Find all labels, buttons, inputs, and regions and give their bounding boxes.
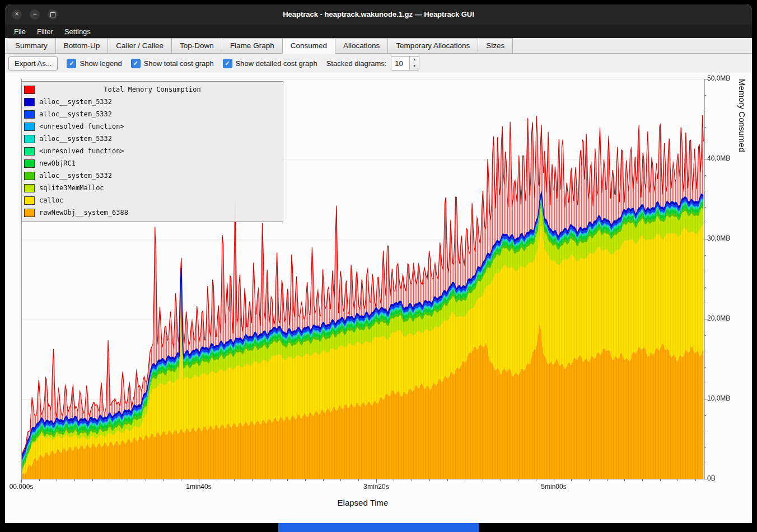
legend-item: alloc__system_5332 [24,108,281,120]
legend-label: <unresolved function> [39,147,124,155]
checkbox-check-icon: ✓ [131,59,141,68]
legend-label: alloc__system_5332 [39,98,112,106]
tab-summary[interactable]: Summary [7,38,55,54]
stacked-diagrams-label: Stacked diagrams: [326,59,387,68]
tab-allocations[interactable]: Allocations [335,38,387,54]
show-total-cost-checkbox[interactable]: ✓ Show total cost graph [131,59,214,68]
tab-flame-graph[interactable]: Flame Graph [222,38,282,54]
show-legend-checkbox[interactable]: ✓ Show legend [67,59,122,68]
show-detailed-cost-checkbox[interactable]: ✓ Show detailed cost graph [223,59,317,68]
legend-label: alloc__system_5332 [39,135,112,143]
legend-label: <unresolved function> [39,123,124,130]
x-tick-label: 00.000s [5,483,46,491]
legend-item: alloc__system_5332 [24,170,281,182]
legend-item: sqlite3MemMalloc [24,182,281,194]
x-tick-label: 5min00s [529,483,579,491]
tab-caller-callee[interactable]: Caller / Callee [108,38,171,54]
checkbox-check-icon: ✓ [223,59,232,68]
y-tick-label: 20,0MB [707,314,739,322]
menu-filter[interactable]: Filter [31,26,59,37]
x-axis-title: Elapsed Time [21,498,704,507]
legend-label: alloc__system_5332 [39,172,112,180]
y-axis-title: Memory Consumed [737,79,747,479]
legend-item: <unresolved function> [24,145,281,157]
show-legend-label: Show legend [80,59,122,68]
tab-sizes[interactable]: Sizes [478,38,513,54]
tab-consumed[interactable]: Consumed [282,38,335,54]
menu-file[interactable]: File [8,26,31,37]
legend-item: rawNewObj__system_6388 [24,206,281,219]
legend-label: alloc__system_5332 [39,110,112,118]
legend-swatch [24,196,35,205]
y-tick-label: 40,0MB [707,154,739,162]
show-detailed-cost-label: Show detailed cost graph [236,59,317,68]
legend-swatch [24,98,35,106]
x-tick-label: 3min20s [351,483,401,491]
legend-title-row: Total Memory Consumption [24,83,281,96]
stacked-diagrams-value: 10 [391,57,409,70]
checkbox-check-icon: ✓ [67,59,76,68]
legend-label: rawNewObj__system_6388 [39,209,128,216]
legend-item: alloc__system_5332 [24,133,281,145]
legend-label: sqlite3MemMalloc [39,184,104,192]
legend-swatch [24,209,35,217]
x-tick-label: 1min40s [174,483,224,491]
y-tick-label: 50,0MB [707,74,739,82]
y-tick-label: 0B [707,474,739,482]
menu-bar: File Filter Settings [5,25,752,38]
tab-bar: SummaryBottom-UpCaller / CalleeTop-DownF… [5,38,752,54]
toolbar: Export As... ✓ Show legend ✓ Show total … [5,54,752,73]
legend-label: newObjRC1 [39,159,76,167]
legend-swatch [24,184,35,192]
legend-item: newObjRC1 [24,157,281,170]
legend-swatch [24,172,35,180]
legend-title: Total Memory Consumption [24,83,281,96]
export-as-button[interactable]: Export As... [8,57,58,70]
legend-item: calloc [24,194,281,206]
tab-bottom-up[interactable]: Bottom-Up [55,38,108,54]
y-tick-label: 30,0MB [707,234,739,242]
tab-top-down[interactable]: Top-Down [171,38,222,54]
legend-item: alloc__system_5332 [24,96,281,108]
legend-swatch [24,135,35,143]
legend-swatch [24,147,35,156]
chart-legend: Total Memory Consumption alloc__system_5… [21,81,283,222]
tab-temporary-allocations[interactable]: Temporary Allocations [387,38,478,54]
title-bar: × − Heaptrack - heaptrack.wakunode.1.gz … [5,4,752,25]
spin-up-icon[interactable]: ▲ [410,57,419,63]
window-title: Heaptrack - heaptrack.wakunode.1.gz — He… [5,4,752,25]
stacked-diagrams-spinbox[interactable]: 10 ▲ ▼ [391,56,419,70]
legend-swatch [24,123,35,131]
legend-label: calloc [39,196,63,204]
legend-swatch [24,110,35,119]
heaptrack-window: × − Heaptrack - heaptrack.wakunode.1.gz … [5,4,752,523]
menu-settings[interactable]: Settings [59,26,96,37]
legend-swatch [24,159,35,168]
spin-down-icon[interactable]: ▼ [410,63,419,70]
taskbar-accent-strip [278,523,479,532]
chart-panel: Total Memory Consumption alloc__system_5… [5,73,752,523]
legend-item: <unresolved function> [24,120,281,133]
y-tick-label: 10,0MB [707,394,739,402]
show-total-cost-label: Show total cost graph [144,59,214,68]
